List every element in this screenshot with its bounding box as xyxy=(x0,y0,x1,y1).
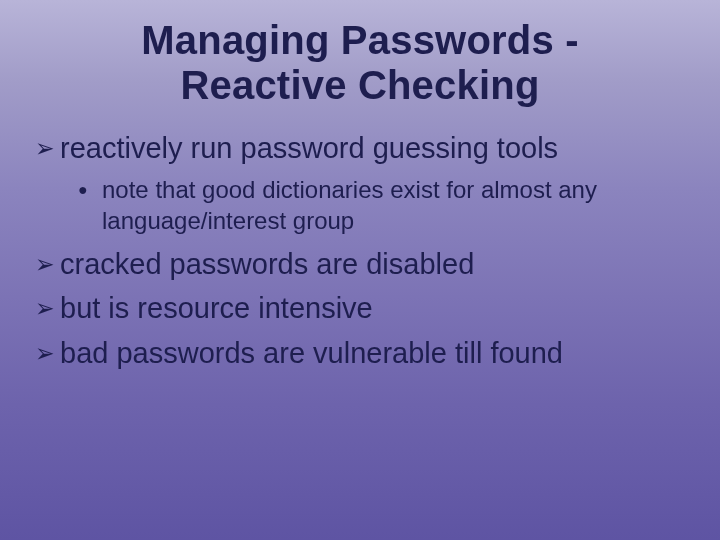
title-line-1: Managing Passwords - xyxy=(141,18,578,62)
bullet-text: bad passwords are vulnerable till found xyxy=(60,335,692,371)
bullet-2: ➢ cracked passwords are disabled xyxy=(34,246,692,282)
bullet-1-sub-1: ● note that good dictionaries exist for … xyxy=(78,174,692,236)
arrow-icon: ➢ xyxy=(34,246,60,282)
arrow-icon: ➢ xyxy=(34,130,60,166)
bullet-text: cracked passwords are disabled xyxy=(60,246,692,282)
bullet-text: but is resource intensive xyxy=(60,290,692,326)
dot-icon: ● xyxy=(78,174,102,236)
slide: Managing Passwords - Reactive Checking ➢… xyxy=(0,0,720,540)
bullet-text: reactively run password guessing tools xyxy=(60,130,692,166)
bullet-text: note that good dictionaries exist for al… xyxy=(102,174,692,236)
bullet-1: ➢ reactively run password guessing tools xyxy=(34,130,692,166)
slide-title: Managing Passwords - Reactive Checking xyxy=(28,18,692,108)
bullet-4: ➢ bad passwords are vulnerable till foun… xyxy=(34,335,692,371)
arrow-icon: ➢ xyxy=(34,335,60,371)
title-line-2: Reactive Checking xyxy=(180,63,539,107)
bullet-3: ➢ but is resource intensive xyxy=(34,290,692,326)
arrow-icon: ➢ xyxy=(34,290,60,326)
bullet-list: ➢ reactively run password guessing tools… xyxy=(28,130,692,371)
